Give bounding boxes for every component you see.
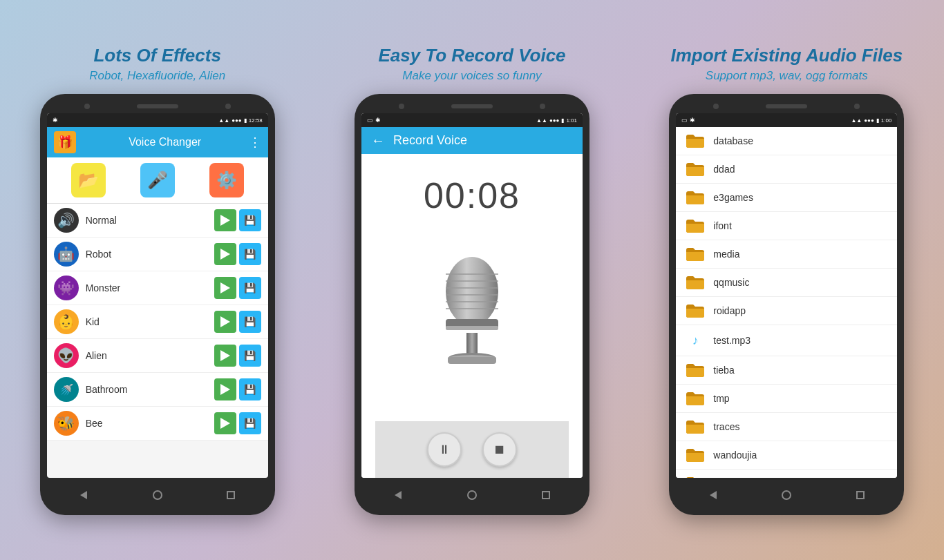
bee-play-btn[interactable]: [214, 412, 236, 434]
alien-label: Alien: [86, 350, 214, 361]
time-display: 12:58: [249, 117, 263, 124]
normal-play-btn[interactable]: [214, 209, 236, 231]
nav-back-btn3[interactable]: [706, 487, 721, 503]
file-item-ifont[interactable]: ifont: [676, 212, 897, 240]
voice-item-bathroom[interactable]: 🚿 Bathroom 💾: [47, 373, 268, 407]
status2-right: ▲▲ ●●● ▮ 1:01: [536, 117, 577, 124]
section-lots-of-effects: Lots Of Effects Robot, Hexafluoride, Ali…: [9, 45, 306, 515]
file-item-tmp[interactable]: tmp: [676, 385, 897, 413]
voice-item-robot[interactable]: 🤖 Robot 💾: [47, 238, 268, 271]
bathroom-label: Bathroom: [86, 384, 214, 395]
nav-home-btn2[interactable]: [464, 487, 480, 503]
normal-icon: 🔊: [54, 208, 79, 233]
voice-item-normal[interactable]: 🔊 Normal 💾: [47, 204, 268, 238]
bee-save-btn[interactable]: 💾: [239, 412, 261, 434]
wifi3-icon: ▲▲: [851, 117, 862, 124]
alien-play-btn[interactable]: [214, 345, 236, 367]
wifi2-icon: ▲▲: [536, 117, 547, 124]
voice-item-alien[interactable]: 👽 Alien 💾: [47, 339, 268, 373]
status-bar-1: ✱ ▲▲ ●●● ▮ 12:58: [47, 113, 268, 127]
pause-button[interactable]: ⏸: [427, 432, 462, 467]
robot-play-btn[interactable]: [214, 243, 236, 265]
file-item-qqmusic[interactable]: qqmusic: [676, 269, 897, 297]
signal-icon: ●●●: [232, 117, 242, 124]
file-item-tieba[interactable]: tieba: [676, 356, 897, 385]
folder-icon-xxoo: [686, 475, 705, 478]
stop-icon: ⏹: [493, 443, 506, 457]
bathroom-play-btn[interactable]: [214, 378, 236, 400]
sensor-dot2: [540, 104, 545, 109]
save-icon7: 💾: [244, 418, 256, 429]
voice-item-monster[interactable]: 👾 Monster 💾: [47, 271, 268, 305]
file-item-wandoujia[interactable]: wandoujia: [676, 441, 897, 470]
mic-icon[interactable]: 🎤: [140, 163, 175, 197]
mp3-icon: ♪: [686, 331, 705, 350]
robot-actions: 💾: [214, 243, 261, 265]
file-item-database[interactable]: database: [676, 127, 897, 155]
monster-save-btn[interactable]: 💾: [239, 277, 261, 299]
section3-title: Import Existing Audio Files: [671, 45, 903, 66]
monster-label: Monster: [86, 282, 214, 293]
file-name-traces: traces: [713, 421, 739, 432]
nav-recent-btn2[interactable]: [538, 487, 554, 503]
effects-icon[interactable]: ⚙️: [209, 163, 244, 197]
normal-actions: 💾: [214, 209, 261, 231]
monster-play-btn[interactable]: [214, 277, 236, 299]
file-item-xxoo[interactable]: xxoo: [676, 470, 897, 478]
folder-icon-roidapp: [686, 302, 705, 319]
status3-left: ▭ ✱: [681, 117, 695, 124]
file-name-media: media: [713, 249, 739, 260]
folder-icon-database: [686, 133, 705, 149]
file-item-roidapp[interactable]: roidapp: [676, 297, 897, 325]
robot-save-btn[interactable]: 💾: [239, 243, 261, 265]
voice-item-bee[interactable]: 🐝 Bee 💾: [47, 407, 268, 441]
app1-header: 🎁 Voice Changer ⋮: [47, 127, 268, 157]
robot-label: Robot: [86, 249, 214, 260]
screen-icon: ▭: [367, 117, 373, 124]
phone1: ✱ ▲▲ ●●● ▮ 12:58 🎁 Voice Changer ⋮ 📂 🎤: [40, 94, 275, 515]
file-item-e3games[interactable]: e3games: [676, 184, 897, 212]
voice-list: 🔊 Normal 💾 🤖 Robot 💾 👾: [47, 204, 268, 478]
file-item-ddad[interactable]: ddad: [676, 155, 897, 184]
record-screen: 00:08: [361, 154, 583, 478]
file-list: database ddad e3games: [676, 127, 897, 478]
back-button[interactable]: ←: [371, 133, 385, 148]
status-right-icons: ▲▲ ●●● ▮ 12:58: [218, 117, 262, 124]
bathroom-save-btn[interactable]: 💾: [239, 378, 261, 400]
bluetooth3-icon: ✱: [690, 117, 695, 124]
record-timer: 00:08: [424, 175, 520, 216]
normal-label: Normal: [86, 215, 214, 226]
folder-icon-traces: [686, 418, 705, 435]
nav-back-btn2[interactable]: [390, 487, 406, 503]
kid-play-btn[interactable]: [214, 311, 236, 333]
storage-icon: ▭: [681, 117, 688, 124]
svg-point-0: [446, 257, 498, 326]
signal3-icon: ●●●: [864, 117, 874, 124]
file-name-roidapp: roidapp: [713, 305, 746, 316]
kid-save-btn[interactable]: 💾: [239, 311, 261, 333]
record-controls: ⏸ ⏹: [375, 421, 569, 478]
more-menu-icon[interactable]: ⋮: [249, 135, 261, 150]
signal2-icon: ●●●: [549, 117, 560, 124]
file-name-testmp3: test.mp3: [713, 335, 751, 346]
phone3-bottom: [676, 485, 897, 505]
folder-icon-ddad: [686, 161, 705, 177]
phone2: ▭ ✱ ▲▲ ●●● ▮ 1:01 ← Record Voice 00:08: [355, 94, 589, 515]
file-item-traces[interactable]: traces: [676, 413, 897, 441]
nav-recent-btn3[interactable]: [853, 487, 868, 503]
alien-save-btn[interactable]: 💾: [239, 345, 261, 367]
voice-item-kid[interactable]: 👶 Kid 💾: [47, 305, 268, 339]
file-item-media[interactable]: media: [676, 240, 897, 269]
stop-button[interactable]: ⏹: [482, 432, 517, 467]
camera-dot: [84, 104, 90, 109]
nav-home-btn1[interactable]: [150, 487, 165, 503]
normal-save-btn[interactable]: 💾: [239, 209, 261, 231]
files-icon[interactable]: 📂: [71, 163, 106, 197]
nav-home-btn3[interactable]: [779, 487, 794, 503]
nav-recent-btn1[interactable]: [223, 487, 238, 503]
app2-title: Record Voice: [393, 133, 467, 148]
sensor-dot3: [854, 104, 860, 109]
file-item-testmp3[interactable]: ♪ test.mp3: [676, 325, 897, 356]
phone1-top: [47, 104, 268, 109]
nav-back-btn1[interactable]: [76, 487, 91, 503]
